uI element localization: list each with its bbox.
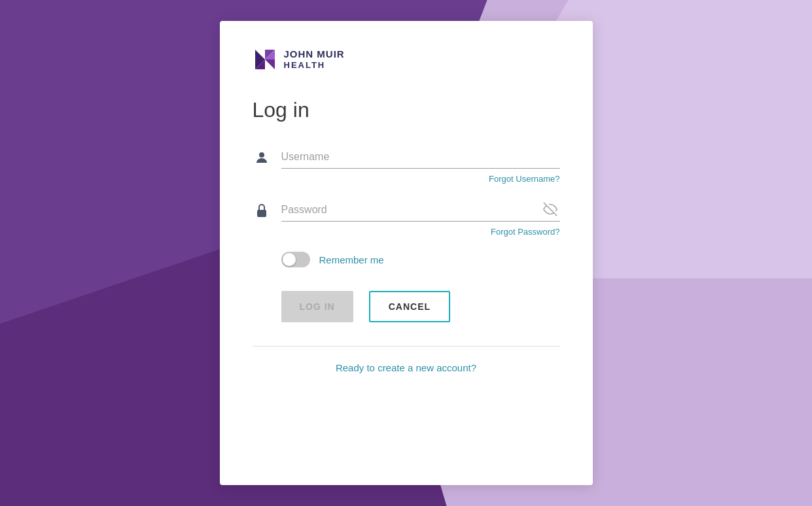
create-account-link[interactable]: Ready to create a new account? — [336, 362, 476, 373]
brand-sub: HEALTH — [284, 60, 345, 71]
password-field-row — [253, 199, 560, 222]
form-buttons: LOG IN CANCEL — [253, 291, 560, 322]
login-form: Forgot Username? — [253, 146, 560, 374]
username-input[interactable] — [281, 146, 560, 169]
password-input-wrapper — [281, 199, 560, 222]
logo-area: JOHN MUIR HEALTH — [253, 47, 345, 72]
lock-icon — [253, 203, 271, 218]
logo-text: JOHN MUIR HEALTH — [284, 48, 345, 71]
forgot-password-link[interactable]: Forgot Password? — [491, 227, 560, 237]
create-account-section: Ready to create a new account? — [253, 362, 560, 374]
username-input-wrapper — [281, 146, 560, 169]
remember-me-toggle[interactable] — [281, 252, 310, 267]
divider — [253, 346, 560, 346]
remember-me-label: Remember me — [319, 254, 384, 265]
toggle-password-icon[interactable] — [543, 202, 557, 219]
svg-point-0 — [259, 152, 264, 158]
password-input[interactable] — [281, 199, 560, 222]
toggle-knob — [283, 253, 296, 266]
forgot-username-row: Forgot Username? — [253, 173, 560, 184]
brand-name: JOHN MUIR — [284, 48, 345, 60]
login-button[interactable]: LOG IN — [281, 291, 353, 322]
logo-icon — [253, 47, 277, 72]
username-field-row — [253, 146, 560, 169]
page-title: Log in — [253, 98, 309, 122]
person-icon — [253, 150, 271, 165]
login-card: JOHN MUIR HEALTH Log in Forgot Username? — [220, 21, 593, 485]
svg-rect-1 — [257, 210, 266, 217]
forgot-password-row: Forgot Password? — [253, 226, 560, 237]
remember-me-row: Remember me — [253, 252, 560, 267]
forgot-username-link[interactable]: Forgot Username? — [489, 174, 559, 184]
cancel-button[interactable]: CANCEL — [369, 291, 450, 322]
